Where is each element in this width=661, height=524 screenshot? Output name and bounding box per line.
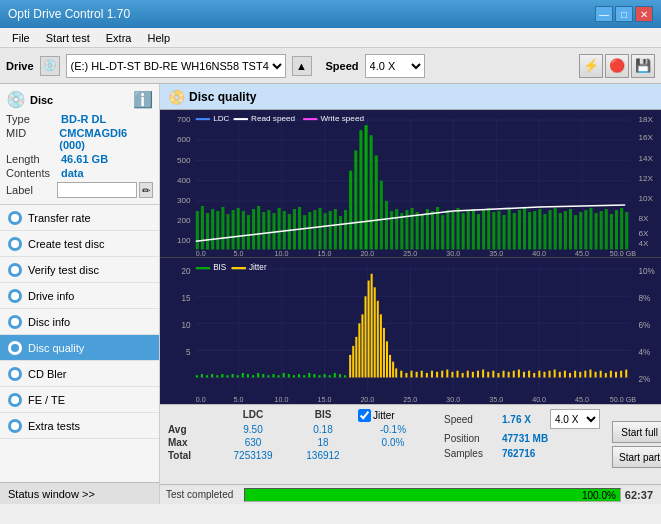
svg-rect-70 xyxy=(334,209,337,249)
menu-extra[interactable]: Extra xyxy=(98,30,140,46)
svg-rect-188 xyxy=(293,375,295,377)
svg-rect-243 xyxy=(543,371,545,377)
svg-rect-57 xyxy=(267,210,270,249)
minimize-button[interactable]: — xyxy=(595,6,613,22)
svg-rect-99 xyxy=(482,210,485,249)
svg-rect-245 xyxy=(554,369,556,377)
total-bis: 136912 xyxy=(288,450,358,461)
svg-rect-214 xyxy=(395,368,397,377)
toolbar-btn-2[interactable]: 🔴 xyxy=(605,54,629,78)
svg-text:BIS: BIS xyxy=(213,262,226,272)
svg-text:0.0: 0.0 xyxy=(196,394,206,403)
svg-rect-210 xyxy=(383,327,385,377)
svg-text:600: 600 xyxy=(177,135,191,144)
svg-rect-47 xyxy=(216,211,219,249)
svg-rect-68 xyxy=(324,213,327,249)
svg-rect-126 xyxy=(620,208,623,249)
drive-select[interactable]: (E:) HL-DT-ST BD-RE WH16NS58 TST4 xyxy=(66,54,286,78)
svg-rect-242 xyxy=(538,370,540,377)
speed-control[interactable]: 4.0 X xyxy=(550,409,600,429)
svg-rect-64 xyxy=(303,215,306,249)
svg-rect-212 xyxy=(389,354,391,377)
start-full-button[interactable]: Start full xyxy=(612,421,661,443)
svg-rect-231 xyxy=(482,369,484,377)
sidebar-item-transfer-rate[interactable]: Transfer rate xyxy=(0,205,159,231)
svg-rect-258 xyxy=(620,370,622,377)
disc-label-input[interactable] xyxy=(57,182,137,198)
svg-rect-82 xyxy=(395,209,398,249)
svg-rect-121 xyxy=(595,213,598,249)
svg-rect-45 xyxy=(206,213,209,249)
jitter-checkbox[interactable] xyxy=(358,409,371,422)
disc-contents-row: Contents data xyxy=(6,167,153,179)
svg-text:20.0: 20.0 xyxy=(360,251,374,257)
svg-rect-184 xyxy=(272,374,274,377)
svg-rect-219 xyxy=(421,370,423,377)
menu-help[interactable]: Help xyxy=(139,30,178,46)
svg-rect-43 xyxy=(196,211,199,249)
svg-rect-193 xyxy=(318,375,320,377)
avg-label: Avg xyxy=(168,424,218,435)
sidebar-item-disc-info[interactable]: Disc info xyxy=(0,309,159,335)
svg-rect-175 xyxy=(226,375,228,377)
svg-text:300: 300 xyxy=(177,196,191,205)
svg-rect-246 xyxy=(559,371,561,377)
start-part-button[interactable]: Start part xyxy=(612,446,661,468)
main-layout: 💿 Disc ℹ️ Type BD-R DL MID CMCMAGDI6 (00… xyxy=(0,84,661,504)
maximize-button[interactable]: □ xyxy=(615,6,633,22)
speed-row: Speed 1.76 X 4.0 X xyxy=(444,409,600,429)
svg-rect-96 xyxy=(467,211,470,249)
sidebar-item-create-test-disc[interactable]: Create test disc xyxy=(0,231,159,257)
svg-rect-117 xyxy=(574,215,577,249)
svg-text:10: 10 xyxy=(182,319,191,329)
status-window[interactable]: Status window >> xyxy=(0,482,159,504)
toolbar-btn-3[interactable]: 💾 xyxy=(631,54,655,78)
svg-rect-52 xyxy=(242,211,245,249)
svg-rect-92 xyxy=(446,210,449,249)
toolbar-btn-1[interactable]: ⚡ xyxy=(579,54,603,78)
sidebar-item-extra-tests[interactable]: Extra tests xyxy=(0,413,159,439)
drive-eject-icon[interactable]: 💿 xyxy=(40,56,60,76)
sidebar-item-drive-info[interactable]: Drive info xyxy=(0,283,159,309)
svg-rect-78 xyxy=(375,155,378,249)
svg-rect-59 xyxy=(278,208,281,249)
close-button[interactable]: ✕ xyxy=(635,6,653,22)
disc-mid-row: MID CMCMAGDI6 (000) xyxy=(6,127,153,151)
svg-rect-209 xyxy=(380,314,382,377)
svg-text:10X: 10X xyxy=(639,194,654,203)
col-ldc-header: LDC xyxy=(218,409,288,422)
svg-rect-225 xyxy=(451,371,453,377)
drive-arrow-icon[interactable]: ▲ xyxy=(292,56,312,76)
svg-rect-192 xyxy=(313,374,315,377)
menu-start-test[interactable]: Start test xyxy=(38,30,98,46)
titlebar-title: Opti Drive Control 1.70 xyxy=(8,7,595,21)
svg-rect-234 xyxy=(497,372,499,377)
svg-rect-77 xyxy=(370,135,373,249)
svg-rect-222 xyxy=(436,371,438,377)
svg-text:5.0: 5.0 xyxy=(234,251,244,257)
svg-rect-128 xyxy=(196,118,210,120)
svg-text:30.0: 30.0 xyxy=(446,251,460,257)
svg-rect-83 xyxy=(400,213,403,249)
jitter-label[interactable]: Jitter xyxy=(358,409,428,422)
svg-rect-114 xyxy=(559,213,562,249)
sidebar-item-cd-bler[interactable]: CD Bler xyxy=(0,361,159,387)
disc-type-row: Type BD-R DL xyxy=(6,113,153,125)
sidebar-item-verify-test-disc[interactable]: Verify test disc xyxy=(0,257,159,283)
disc-label-button[interactable]: ✏ xyxy=(139,182,153,198)
svg-rect-200 xyxy=(352,345,354,377)
svg-rect-108 xyxy=(528,212,531,249)
svg-rect-103 xyxy=(503,215,506,249)
svg-rect-132 xyxy=(303,118,317,120)
disc-info-icon[interactable]: ℹ️ xyxy=(133,90,153,109)
speed-select[interactable]: 4.0 X xyxy=(365,54,425,78)
samples-row: Samples 762716 xyxy=(444,448,600,459)
svg-rect-119 xyxy=(584,210,587,249)
menu-file[interactable]: File xyxy=(4,30,38,46)
position-row: Position 47731 MB xyxy=(444,433,600,444)
svg-rect-221 xyxy=(431,370,433,377)
svg-text:10.0: 10.0 xyxy=(275,251,289,257)
sidebar-item-disc-quality[interactable]: Disc quality xyxy=(0,335,159,361)
svg-text:40.0: 40.0 xyxy=(532,394,546,403)
sidebar-item-fe-te[interactable]: FE / TE xyxy=(0,387,159,413)
